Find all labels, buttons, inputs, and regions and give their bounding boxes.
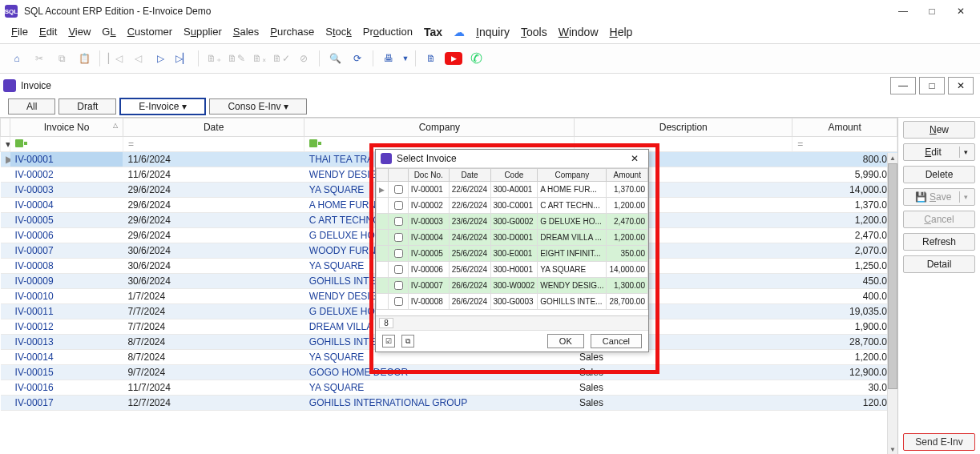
dialog-row[interactable]: IV-0000222/6/2024300-C0001C ART TECHN...… — [377, 198, 648, 214]
row-checkbox[interactable] — [394, 281, 403, 290]
col-date[interactable]: Date — [123, 119, 304, 137]
menu-customer[interactable]: Customer — [127, 26, 172, 38]
sub-close-button[interactable]: ✕ — [948, 77, 974, 94]
close-button[interactable]: ✕ — [946, 0, 975, 22]
chevron-down-icon[interactable]: ▾ — [960, 147, 971, 158]
scroll-thumb[interactable] — [888, 163, 897, 389]
refresh-icon[interactable]: ⟳ — [347, 48, 368, 69]
delete-button[interactable]: Delete — [903, 166, 975, 183]
menu-inquiry[interactable]: Inquiry — [476, 26, 510, 38]
dialog-row[interactable]: IV-0000525/6/2024300-E0001EIGHT INFINIT.… — [377, 246, 648, 262]
dcol-code[interactable]: Code — [490, 169, 538, 182]
edit-button[interactable]: Edit▾ — [903, 143, 975, 161]
menu-view[interactable]: View — [68, 26, 91, 38]
print-dropdown-icon[interactable]: ▼ — [401, 48, 410, 69]
maximize-button[interactable]: □ — [917, 0, 946, 22]
dialog-row[interactable]: IV-0000323/6/2024300-G0002G DELUXE HO...… — [377, 214, 648, 230]
youtube-icon[interactable]: ▶ — [443, 48, 464, 69]
minimize-button[interactable]: — — [889, 0, 917, 22]
col-description[interactable]: Description — [575, 119, 792, 137]
menu-gl[interactable]: GL — [102, 26, 115, 38]
menu-supplier[interactable]: Supplier — [183, 26, 222, 38]
row-checkbox[interactable] — [394, 265, 403, 274]
home-icon[interactable]: ⌂ — [6, 48, 27, 69]
scroll-down-icon[interactable]: ▼ — [888, 444, 897, 454]
dialog-row[interactable]: ▶IV-0000122/6/2024300-A0001A HOME FUR...… — [377, 182, 648, 198]
print-icon[interactable]: 🖶 — [378, 48, 399, 69]
last-icon[interactable]: ▷▏ — [172, 48, 193, 69]
dialog-row[interactable]: IV-0000726/6/2024300-W0002WENDY DESIG...… — [377, 278, 648, 294]
table-row[interactable]: IV-000159/7/2024GOGO HOME DECORSales12,9… — [1, 365, 897, 380]
col-company[interactable]: Company — [304, 119, 575, 137]
filter-icon[interactable] — [309, 139, 317, 147]
tab-einvoice[interactable]: E-Invoice▾ — [119, 98, 206, 115]
select-all-icon[interactable]: ☑ — [382, 335, 395, 348]
row-checkbox[interactable] — [394, 297, 403, 306]
vertical-scrollbar[interactable]: ▲ ▼ — [887, 153, 897, 454]
doc-add-icon[interactable]: 🗎₊ — [204, 48, 224, 69]
menu-edit[interactable]: Edit — [39, 26, 57, 38]
first-icon[interactable]: ▏◁ — [105, 48, 126, 69]
chevron-down-icon[interactable]: ▾ — [182, 101, 187, 112]
dialog-ok-button[interactable]: OK — [547, 334, 584, 348]
row-checkbox[interactable] — [394, 201, 403, 210]
dialog-row[interactable]: IV-0000625/6/2024300-H0001YA SQUARE14,00… — [377, 262, 648, 278]
subwindow-header: Invoice — □ ✕ — [0, 74, 980, 96]
menu-help[interactable]: Help — [610, 26, 633, 38]
tab-all[interactable]: All — [8, 98, 55, 115]
dcol-date[interactable]: Date — [449, 169, 490, 182]
row-checkbox[interactable] — [394, 185, 403, 194]
dialog-row[interactable]: IV-0000424/6/2024300-D0001DREAM VILLA ..… — [377, 230, 648, 246]
table-row[interactable]: IV-0001712/7/2024GOHILLS INTERNATIONAL G… — [1, 396, 897, 411]
copy-icon[interactable]: ⧉ — [51, 48, 72, 69]
row-checkbox[interactable] — [394, 233, 403, 242]
menu-file[interactable]: File — [11, 26, 28, 38]
dialog-cancel-button[interactable]: Cancel — [591, 334, 642, 348]
menu-tax[interactable]: Tax — [424, 26, 442, 38]
whatsapp-icon[interactable]: ✆ — [466, 48, 486, 69]
paste-icon[interactable]: 📋 — [74, 48, 95, 69]
menu-sales[interactable]: Sales — [233, 26, 260, 38]
scroll-up-icon[interactable]: ▲ — [888, 153, 897, 163]
sub-minimize-button[interactable]: — — [890, 77, 916, 94]
cut-icon[interactable]: ✂ — [29, 48, 50, 69]
row-checkbox[interactable] — [394, 217, 403, 226]
next-icon[interactable]: ▷ — [150, 48, 171, 69]
tab-draft[interactable]: Draft — [58, 98, 116, 115]
dcol-amount[interactable]: Amount — [607, 169, 648, 182]
filter-amount[interactable]: = — [792, 137, 897, 152]
cloud-icon[interactable]: ☁ — [454, 26, 465, 38]
filter-date[interactable]: = — [123, 137, 304, 152]
menu-production[interactable]: Production — [363, 26, 413, 38]
copy-selection-icon[interactable]: ⧉ — [401, 335, 414, 348]
dcol-doc[interactable]: Doc No. — [408, 169, 449, 182]
doc-edit-icon[interactable]: 🗎✎ — [226, 48, 247, 69]
sub-maximize-button[interactable]: □ — [919, 77, 945, 94]
chevron-down-icon[interactable]: ▾ — [284, 101, 288, 112]
menu-window[interactable]: Window — [559, 26, 599, 38]
send-einv-button[interactable]: Send E-Inv — [903, 433, 975, 451]
new-doc-icon[interactable]: 🗎 — [421, 48, 442, 69]
search-icon[interactable]: 🔍 — [325, 48, 345, 69]
menu-stock[interactable]: Stock — [325, 26, 352, 38]
menu-tools[interactable]: Tools — [521, 26, 547, 38]
row-checkbox[interactable] — [394, 249, 403, 258]
tab-conso-label: Conso E-Inv — [228, 101, 280, 112]
detail-button[interactable]: Detail — [903, 255, 975, 273]
filter-icon[interactable] — [15, 139, 23, 147]
table-row[interactable]: IV-0001611/7/2024YA SQUARESales30.00 — [1, 380, 897, 396]
col-invoice[interactable]: Invoice No△ — [10, 119, 123, 137]
dcol-company[interactable]: Company — [538, 169, 607, 182]
col-amount[interactable]: Amount — [792, 119, 897, 137]
doc-del-icon[interactable]: 🗎ₓ — [248, 48, 269, 69]
dialog-grid[interactable]: Doc No. Date Code Company Amount ▶IV-000… — [376, 168, 648, 310]
tab-conso[interactable]: Conso E-Inv▾ — [209, 98, 307, 115]
prev-icon[interactable]: ◁ — [127, 48, 148, 69]
menu-purchase[interactable]: Purchase — [270, 26, 314, 38]
doc-save-icon[interactable]: 🗎✓ — [271, 48, 292, 69]
dialog-close-button[interactable]: ✕ — [626, 153, 643, 164]
refresh-button[interactable]: Refresh — [903, 233, 975, 251]
dialog-row[interactable]: IV-0000826/6/2024300-G0003GOHILLS INTE..… — [377, 294, 648, 310]
doc-cancel-icon[interactable]: ⊘ — [293, 48, 314, 69]
new-button[interactable]: New — [903, 121, 975, 139]
